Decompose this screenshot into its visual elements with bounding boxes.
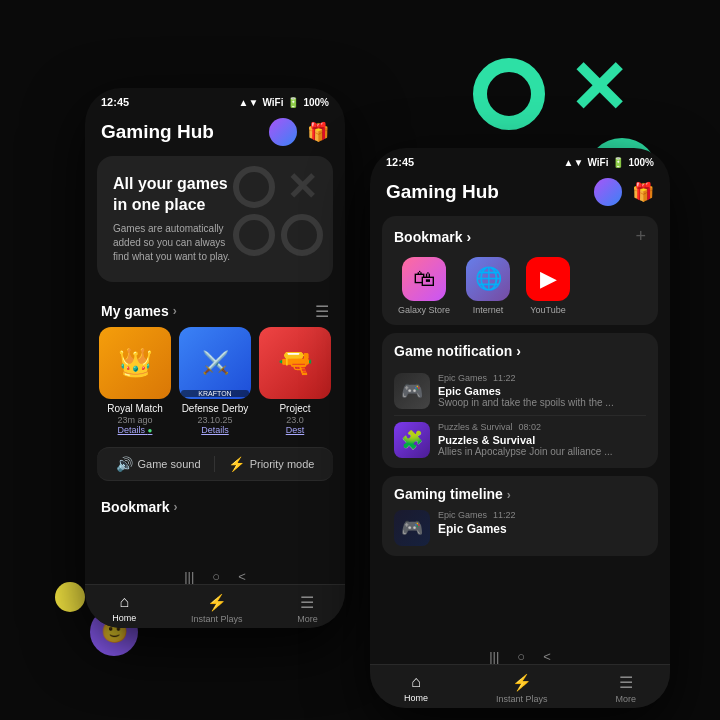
- app-header-2: Gaming Hub 🎁: [370, 172, 670, 216]
- royal-time: 23m ago: [99, 415, 171, 425]
- bookmark-hint: Bookmark ›: [85, 491, 345, 521]
- hero-deco: ✕: [233, 166, 323, 256]
- timeline-time: 11:22: [493, 510, 516, 520]
- games-row: 👑 Royal Match 23m ago Details ● ⚔️ KRAFT…: [85, 327, 345, 447]
- nav-more-1[interactable]: ☰ More: [297, 593, 318, 624]
- bookmark-chevron-1: ›: [173, 500, 177, 514]
- battery-pct-2: 100%: [628, 157, 654, 168]
- bookmark-app-youtube[interactable]: ▶ YouTube: [526, 257, 570, 315]
- nav-home-2[interactable]: ⌂ Home: [404, 673, 428, 704]
- nav-more-2[interactable]: ☰ More: [615, 673, 636, 704]
- galaxy-store-icon: 🛍: [402, 257, 446, 301]
- bookmark-section-title[interactable]: Bookmark ›: [394, 229, 471, 245]
- puzzles-time: 08:02: [519, 422, 542, 432]
- phone-1: 12:45 ▲▼ WiFi 🔋 100% Gaming Hub 🎁 All yo…: [85, 88, 345, 628]
- nav-instant-1[interactable]: ⚡ Instant Plays: [191, 593, 243, 624]
- royal-details[interactable]: Details ●: [99, 425, 171, 435]
- app-title-1: Gaming Hub: [101, 121, 214, 143]
- bookmark-apps: 🛍 Galaxy Store 🌐 Internet ▶ YouTube: [394, 257, 646, 315]
- bookmark-chevron-2: ›: [466, 229, 471, 245]
- game-notification-section: Game notification › 🎮 Epic Games 11:22 E…: [382, 333, 658, 468]
- puzzles-notif-content: Puzzles & Survival 08:02 Puzzles & Survi…: [438, 422, 646, 457]
- bookmark-app-galaxy[interactable]: 🛍 Galaxy Store: [398, 257, 450, 315]
- my-games-title[interactable]: My games ›: [101, 303, 177, 319]
- timeline-header: Gaming timeline ›: [394, 486, 646, 502]
- game-sound-label: Game sound: [138, 458, 201, 470]
- puzzles-icon: 🧩: [394, 422, 430, 458]
- more-label-2: More: [615, 694, 636, 704]
- more-label-1: More: [297, 614, 318, 624]
- timeline-label: Gaming timeline: [394, 486, 503, 502]
- game-card-royal[interactable]: 👑 Royal Match 23m ago Details ●: [99, 327, 171, 435]
- notif-item-epic[interactable]: 🎮 Epic Games 11:22 Epic Games Swoop in a…: [394, 367, 646, 416]
- priority-icon: ⚡: [228, 456, 245, 472]
- timeline-epic-content: Epic Games 11:22 Epic Games: [438, 510, 516, 536]
- youtube-name: YouTube: [530, 305, 565, 315]
- notif-section-title[interactable]: Game notification ›: [394, 343, 521, 359]
- priority-mode-label: Priority mode: [250, 458, 315, 470]
- puzzles-notif-text: Allies in Apocalypse Join our alliance .…: [438, 446, 638, 457]
- project-thumb: 🔫: [259, 327, 331, 399]
- epic-games-icon: 🎮: [394, 373, 430, 409]
- sort-icon[interactable]: ☰: [315, 302, 329, 321]
- status-bar-2: 12:45 ▲▼ WiFi 🔋 100%: [370, 148, 670, 172]
- internet-name: Internet: [473, 305, 504, 315]
- hero-subtitle: Games are automatically added so you can…: [113, 222, 243, 264]
- header-icons-1: 🎁: [269, 118, 329, 146]
- battery-icon-1: 🔋: [287, 97, 299, 108]
- wifi-icon-2: WiFi: [587, 157, 608, 168]
- home-label-2: Home: [404, 693, 428, 703]
- instant-icon-2: ⚡: [512, 673, 532, 692]
- home-label-1: Home: [112, 613, 136, 623]
- status-bar-1: 12:45 ▲▼ WiFi 🔋 100%: [85, 88, 345, 112]
- app-header-1: Gaming Hub 🎁: [85, 112, 345, 156]
- timeline-title[interactable]: Gaming timeline ›: [394, 486, 511, 502]
- defense-date: 23.10.25: [179, 415, 251, 425]
- timeline-source: Epic Games: [438, 510, 487, 520]
- epic-notif-content: Epic Games 11:22 Epic Games Swoop in and…: [438, 373, 646, 408]
- royal-name: Royal Match: [99, 403, 171, 415]
- bookmark-app-internet[interactable]: 🌐 Internet: [466, 257, 510, 315]
- priority-mode-btn[interactable]: ⚡ Priority mode: [228, 456, 315, 472]
- bookmark-hint-label[interactable]: Bookmark ›: [101, 499, 177, 515]
- hero-deco-circle-2: [233, 214, 275, 256]
- timeline-item-epic[interactable]: 🎮 Epic Games 11:22 Epic Games: [394, 510, 646, 546]
- gift-icon-1[interactable]: 🎁: [307, 121, 329, 143]
- defense-details[interactable]: Details: [179, 425, 251, 435]
- game-sound-btn[interactable]: 🔊 Game sound: [116, 456, 201, 472]
- epic-notif-meta: Epic Games 11:22: [438, 373, 646, 383]
- signal-icon-1: ▲▼: [239, 97, 259, 108]
- project-details[interactable]: Dest: [259, 425, 331, 435]
- puzzles-notif-meta: Puzzles & Survival 08:02: [438, 422, 646, 432]
- bookmark-label-1: Bookmark: [101, 499, 169, 515]
- project-date: 23.0: [259, 415, 331, 425]
- game-card-defense[interactable]: ⚔️ KRAFTON Defense Derby 23.10.25 Detail…: [179, 327, 251, 435]
- epic-app-name: Epic Games: [438, 385, 646, 397]
- bookmark-add-btn[interactable]: +: [635, 226, 646, 247]
- game-card-project[interactable]: 🔫 Project 23.0 Dest: [259, 327, 331, 435]
- notif-chevron: ›: [516, 343, 521, 359]
- status-icons-1: ▲▼ WiFi 🔋 100%: [239, 97, 329, 108]
- signal-icon-2: ▲▼: [564, 157, 584, 168]
- battery-icon-2: 🔋: [612, 157, 624, 168]
- more-icon-1: ☰: [300, 593, 314, 612]
- hero-card: All your games in one place Games are au…: [97, 156, 333, 282]
- nav-home-1[interactable]: ⌂ Home: [112, 593, 136, 624]
- deco-circle-1: [473, 58, 545, 130]
- nav-instant-2[interactable]: ⚡ Instant Plays: [496, 673, 548, 704]
- notif-item-puzzles[interactable]: 🧩 Puzzles & Survival 08:02 Puzzles & Sur…: [394, 416, 646, 458]
- home-indicator-2: ||| ○ <: [370, 645, 670, 672]
- timeline-meta: Epic Games 11:22: [438, 510, 516, 520]
- notif-section-header: Game notification ›: [394, 343, 646, 359]
- instant-label-1: Instant Plays: [191, 614, 243, 624]
- bookmark-section-header: Bookmark › +: [394, 226, 646, 247]
- avatar-1[interactable]: [269, 118, 297, 146]
- gaming-timeline-section: Gaming timeline › 🎮 Epic Games 11:22 Epi…: [382, 476, 658, 556]
- gift-icon-2[interactable]: 🎁: [632, 181, 654, 203]
- avatar-2[interactable]: [594, 178, 622, 206]
- bookmark-label-2: Bookmark: [394, 229, 462, 245]
- internet-icon: 🌐: [466, 257, 510, 301]
- timeline-app-name: Epic Games: [438, 522, 516, 536]
- epic-time: 11:22: [493, 373, 516, 383]
- app-title-2: Gaming Hub: [386, 181, 499, 203]
